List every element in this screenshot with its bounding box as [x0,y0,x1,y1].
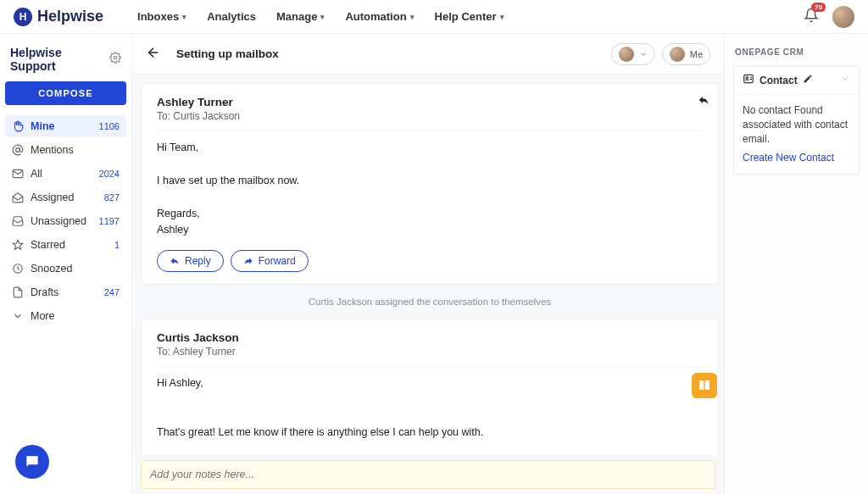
sidebar-item-count: 1 [114,240,120,250]
chevron-down-icon: ▾ [182,13,186,21]
sidebar-item-count: 2024 [99,169,120,179]
back-button[interactable] [146,45,161,64]
sidebar-item-unassigned[interactable]: Unassigned 1197 [5,210,126,232]
contact-card-header[interactable]: Contact [734,66,859,95]
chevron-down-icon[interactable] [840,74,850,86]
message-body: Hi Ashley, That's great! Let me know if … [157,366,703,455]
forward-icon [243,256,253,266]
nav-automation[interactable]: Automation▾ [345,10,414,23]
nav-label: Analytics [207,10,256,23]
notes-input[interactable] [150,469,706,480]
nav-label: Help Center [435,10,497,23]
intercom-launcher[interactable] [15,445,49,479]
topnav-right: 70 [804,6,854,28]
me-pill[interactable]: Me [662,43,710,65]
forward-button[interactable]: Forward [231,250,309,272]
help-float-button[interactable] [692,373,717,398]
sidebar-item-starred[interactable]: Starred 1 [5,234,126,256]
reply-button[interactable]: Reply [157,250,224,272]
top-nav: H Helpwise Inboxes▾ Analytics Manage▾ Au… [0,0,868,34]
nav-label: Manage [276,10,317,23]
contact-card-icon [743,73,754,87]
sidebar-item-label: Mentions [31,144,74,156]
sidebar-item-snoozed[interactable]: Snoozed [5,258,126,280]
chevron-down-icon: ▾ [320,13,325,21]
compose-button[interactable]: COMPOSE [5,81,126,105]
sidebar-item-drafts[interactable]: Drafts 247 [5,281,126,303]
sidebar-item-label: More [31,310,54,322]
chevron-down-icon [12,310,24,322]
sidebar-item-count: 247 [104,287,120,297]
no-contact-text: No contact Found associated with contact… [743,103,850,146]
hand-icon [12,120,24,132]
message-to: To: Curtis Jackson [157,110,703,122]
sidebar-item-assigned[interactable]: Assigned 827 [5,186,126,208]
sidebar-header: Helpwise Support [5,42,126,81]
create-contact-link[interactable]: Create New Contact [743,151,834,165]
sidebar-item-label: Drafts [31,286,58,298]
inbox-title: Helpwise Support [10,46,109,73]
reply-icon [170,256,180,266]
chevron-down-icon [639,47,648,62]
sidebar-item-more[interactable]: More [5,305,126,327]
sidebar-item-label: All [31,168,42,180]
brand-logo[interactable]: H Helpwise [14,8,103,26]
user-avatar[interactable] [832,6,854,28]
nav-helpcenter[interactable]: Help Center▾ [435,10,504,23]
assignee-pill[interactable] [611,43,655,65]
sidebar: Helpwise Support COMPOSE Mine 1106 Menti… [0,34,132,494]
book-icon [698,379,711,392]
sidebar-item-all[interactable]: All 2024 [5,163,126,185]
conversation-scroll[interactable]: Ashley Turner To: Curtis Jackson Hi Team… [132,75,724,455]
message-sender: Curtis Jackson [157,331,703,344]
sidebar-item-label: Snoozed [31,263,72,275]
message-actions: Reply Forward [157,250,703,272]
reply-corner-icon[interactable] [698,94,709,109]
activity-log-line: Curtis Jackson assigned the conversation… [141,297,719,307]
sidebar-item-mentions[interactable]: Mentions [5,139,126,161]
message-to: To: Ashley Turner [157,346,703,358]
nav-inboxes[interactable]: Inboxes▾ [137,10,186,23]
sidebar-item-label: Mine [31,120,54,132]
chat-icon [24,453,41,470]
contact-card-body: No contact Found associated with contact… [734,95,859,174]
notes-input-bar [141,460,715,489]
svg-point-5 [746,77,748,79]
chevron-down-icon: ▾ [410,13,415,21]
sidebar-item-label: Starred [31,239,65,251]
star-icon [12,239,24,251]
message-card: Curtis Jackson To: Ashley Turner Hi Ashl… [141,319,719,455]
conversation-header: Setting up mailbox Me [132,34,724,75]
conversation-title: Setting up mailbox [176,47,279,60]
nav-label: Inboxes [137,10,179,23]
me-pill-label: Me [690,49,703,59]
brand-name: Helpwise [37,8,103,25]
sidebar-item-label: Assigned [31,191,74,203]
main-nav: Inboxes▾ Analytics Manage▾ Automation▾ H… [137,10,504,23]
clock-icon [12,263,24,275]
contact-card-title: Contact [760,75,798,86]
nav-manage[interactable]: Manage▾ [276,10,325,23]
sidebar-item-mine[interactable]: Mine 1106 [5,115,126,137]
notifications-button[interactable]: 70 [804,8,819,26]
avatar-icon [619,47,634,62]
forward-label: Forward [259,255,296,267]
sidebar-item-count: 1106 [99,121,120,131]
edit-icon[interactable] [803,74,813,86]
sidebar-item-count: 827 [104,192,120,203]
sidebar-item-count: 1197 [99,216,120,226]
chevron-down-icon: ▾ [500,13,504,21]
right-panel-title: ONEPAGE CRM [735,47,858,57]
contact-card: Contact No contact Found associated with… [733,65,860,175]
inbox-icon [12,215,24,227]
sidebar-item-label: Unassigned [31,215,86,227]
mail-icon [12,168,24,180]
at-icon [12,144,24,156]
right-panel: ONEPAGE CRM Contact No contact Found ass… [724,34,868,494]
gear-icon[interactable] [109,52,121,67]
nav-label: Automation [345,10,406,23]
nav-analytics[interactable]: Analytics [207,10,256,23]
logo-mark-icon: H [14,8,32,26]
header-actions: Me [611,43,710,65]
message-sender: Ashley Turner [157,96,703,108]
